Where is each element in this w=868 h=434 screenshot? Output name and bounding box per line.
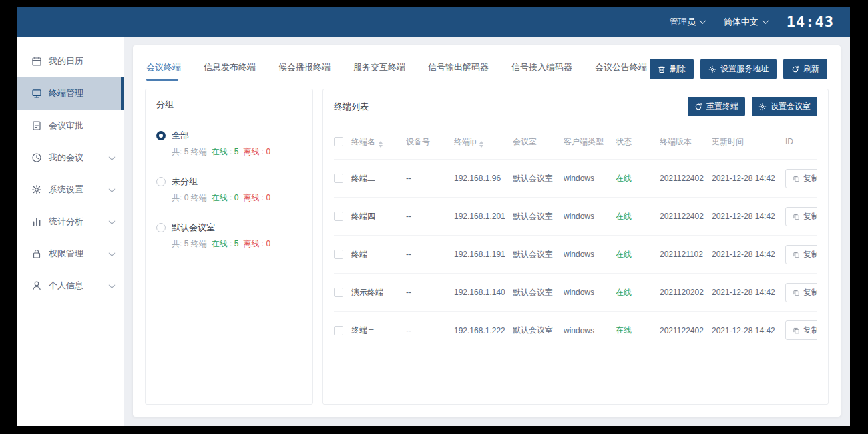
cell-terminal-version: 2021122402 [660, 212, 712, 221]
cell-device-number: -- [406, 250, 454, 259]
chevron-down-icon [109, 186, 116, 192]
cell-terminal-version: 2021121102 [660, 250, 712, 259]
calendar-icon [31, 56, 42, 67]
tab[interactable]: 服务交互终端 [353, 61, 405, 81]
table-row: 终端二 -- 192.168.1.96 默认会议室 windows 在线 202… [334, 159, 817, 197]
refresh-button[interactable]: 刷新 [783, 59, 827, 79]
tab[interactable]: 信号输出解码器 [428, 61, 489, 81]
group-stats: 共: 0 终端 在线 : 0 离线 : 0 [172, 192, 302, 204]
tab[interactable]: 会议公告终端 [595, 61, 647, 81]
copy-icon [793, 251, 800, 258]
sidebar-item-label: 我的会议 [49, 152, 103, 164]
user-menu-label: 管理员 [670, 16, 696, 28]
toolbar: 删除 设置服务地址 刷新 [650, 59, 827, 79]
chevron-down-icon [109, 250, 116, 256]
document-icon [31, 120, 42, 131]
sidebar-item-label: 统计分析 [49, 216, 103, 228]
sidebar-item[interactable]: 统计分析 [17, 206, 124, 238]
delete-button[interactable]: 删除 [650, 59, 694, 79]
column-header-id: ID [785, 137, 817, 146]
cell-client-type: windows [564, 212, 616, 221]
sidebar-item-label: 个人信息 [49, 280, 103, 292]
cell-terminal-ip: 192.168.1.222 [454, 326, 513, 335]
cell-terminal-ip: 192.168.1.140 [454, 288, 513, 297]
set-service-address-button[interactable]: 设置服务地址 [700, 59, 777, 79]
sidebar: 我的日历 终端管理 会议审批 [17, 37, 124, 426]
content-card: 会议终端 信息发布终端 候会播报终端 服务交互终端 信号输出解码器 信号接入编码… [133, 45, 841, 417]
sidebar-item[interactable]: 终端管理 [17, 77, 124, 110]
column-header-version: 终端版本 [660, 136, 712, 148]
group-item[interactable]: 默认会议室 共: 5 终端 在线 : 5 离线 : 0 [146, 212, 312, 258]
row-checkbox[interactable] [334, 288, 343, 297]
digital-clock: 14:43 [787, 13, 834, 30]
cell-terminal-name: 终端四 [351, 211, 406, 222]
radio-icon[interactable] [156, 131, 166, 140]
panels: 分组 全部 [145, 89, 829, 405]
row-checkbox[interactable] [334, 326, 343, 335]
terminal-type-tabs: 会议终端 信息发布终端 候会播报终端 服务交互终端 信号输出解码器 信号接入编码… [146, 59, 647, 81]
group-item[interactable]: 全部 共: 5 终端 在线 : 5 离线 : 0 [146, 120, 312, 166]
cell-terminal-ip: 192.168.1.201 [454, 212, 513, 221]
radio-icon[interactable] [156, 177, 166, 186]
copy-id-button[interactable]: 复制 [785, 283, 817, 302]
gear-icon [708, 65, 716, 73]
column-header-name: 终端名 [351, 136, 406, 148]
copy-id-button[interactable]: 复制 [785, 169, 817, 188]
sidebar-item[interactable]: 会议审批 [17, 110, 124, 142]
cell-updated-time: 2021-12-28 14:42 [712, 212, 785, 221]
cell-device-number: -- [406, 174, 454, 183]
lock-icon [31, 248, 42, 259]
set-meeting-room-button[interactable]: 设置会议室 [752, 97, 817, 116]
cell-updated-time: 2021-12-28 14:42 [712, 326, 785, 335]
sidebar-item[interactable]: 我的日历 [17, 45, 124, 77]
sidebar-item[interactable]: 系统设置 [17, 174, 124, 206]
select-all-checkbox[interactable] [334, 137, 343, 146]
column-header-updated: 更新时间 [712, 136, 785, 148]
cell-terminal-name: 终端一 [351, 249, 406, 260]
row-checkbox[interactable] [334, 174, 343, 183]
row-checkbox[interactable] [334, 212, 343, 221]
tab[interactable]: 会议终端 [146, 61, 181, 81]
sort-icon[interactable] [479, 141, 483, 148]
cell-meeting-room: 默认会议室 [513, 324, 564, 336]
status-badge: 在线 [616, 287, 660, 298]
status-badge: 在线 [616, 249, 660, 260]
gear-icon [758, 103, 767, 111]
cell-terminal-name: 终端二 [351, 173, 406, 184]
table-body: 终端二 -- 192.168.1.96 默认会议室 windows 在线 202… [334, 159, 817, 349]
sidebar-item[interactable]: 个人信息 [17, 270, 124, 302]
cell-terminal-name: 演示终端 [351, 287, 406, 298]
terminal-list-title: 终端列表 [334, 101, 369, 113]
copy-icon [793, 327, 800, 334]
reset-terminal-button[interactable]: 重置终端 [688, 97, 745, 116]
tab[interactable]: 信号接入编码器 [511, 61, 572, 81]
table-row: 终端一 -- 192.168.1.191 默认会议室 windows 在线 20… [334, 235, 817, 273]
app-body: 我的日历 终端管理 会议审批 [17, 37, 850, 426]
tab[interactable]: 候会播报终端 [278, 61, 331, 81]
group-item[interactable]: 未分组 共: 0 终端 在线 : 0 离线 : 0 [146, 166, 312, 212]
table-row: 终端三 -- 192.168.1.222 默认会议室 windows 在线 20… [334, 311, 817, 349]
status-badge: 在线 [616, 173, 660, 184]
chart-icon [31, 216, 42, 227]
sidebar-item[interactable]: 我的会议 [17, 142, 124, 174]
user-menu[interactable]: 管理员 [670, 16, 705, 28]
table-row: 终端四 -- 192.168.1.201 默认会议室 windows 在线 20… [334, 197, 817, 235]
sort-icon[interactable] [379, 141, 383, 148]
cell-device-number: -- [406, 288, 454, 297]
cell-updated-time: 2021-12-28 14:42 [712, 288, 785, 297]
copy-id-button[interactable]: 复制 [785, 207, 817, 226]
row-checkbox[interactable] [334, 250, 343, 259]
cell-terminal-version: 2021122402 [660, 174, 712, 183]
group-name: 未分组 [172, 176, 198, 188]
radio-icon[interactable] [156, 223, 166, 232]
sidebar-item[interactable]: 权限管理 [17, 238, 124, 270]
column-header-ip: 终端ip [454, 136, 513, 148]
tab[interactable]: 信息发布终端 [204, 61, 256, 81]
copy-id-button[interactable]: 复制 [785, 245, 817, 264]
language-menu[interactable]: 简体中文 [724, 16, 768, 28]
copy-id-button[interactable]: 复制 [785, 320, 817, 340]
cell-terminal-ip: 192.168.1.191 [454, 250, 513, 259]
cell-client-type: windows [564, 174, 616, 183]
trash-icon [658, 65, 666, 73]
status-badge: 在线 [616, 211, 660, 222]
